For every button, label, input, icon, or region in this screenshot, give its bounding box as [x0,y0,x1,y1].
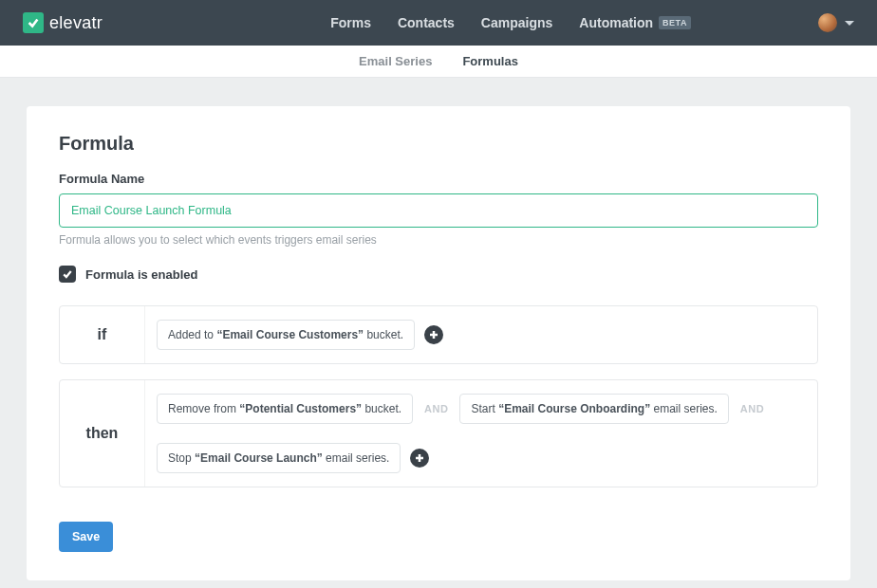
save-button[interactable]: Save [59,522,113,552]
chip-suffix: email series. [650,402,718,415]
chip-suffix: bucket. [364,328,403,341]
nav-campaigns[interactable]: Campaigns [481,15,552,30]
logo[interactable]: elevatr [23,12,103,33]
avatar [818,13,837,32]
sub-nav: Email Series Formulas [0,46,877,78]
user-menu[interactable] [818,13,854,32]
page-title: Formula [59,133,818,155]
chip-suffix: email series. [323,451,390,465]
plus-icon [429,330,438,340]
chip-prefix: Stop [168,451,195,465]
nav-forms[interactable]: Forms [330,15,371,30]
nav-automation-label: Automation [579,15,653,30]
then-action-chip[interactable]: Start “Email Course Onboarding” email se… [459,394,728,424]
then-body: Remove from “Potential Customers” bucket… [145,380,817,487]
chip-target: “Potential Customers” [239,402,362,415]
then-head: then [60,380,145,487]
then-block: then Remove from “Potential Customers” b… [59,379,818,487]
if-block: if Added to “Email Course Customers” buc… [59,305,818,364]
subnav-email-series[interactable]: Email Series [359,54,432,68]
if-head: if [60,306,145,363]
enabled-label: Formula is enabled [85,267,197,282]
page-body: Formula Formula Name Formula allows you … [0,78,877,588]
chip-suffix: bucket. [362,402,401,415]
if-condition-chip[interactable]: Added to “Email Course Customers” bucket… [157,320,415,350]
formula-name-help: Formula allows you to select which event… [59,233,818,247]
chip-prefix: Added to [168,328,216,341]
plus-icon [415,453,424,463]
formula-card: Formula Formula Name Formula allows you … [27,106,850,580]
then-action-chip[interactable]: Stop “Email Course Launch” email series. [157,443,401,473]
chip-prefix: Remove from [168,402,239,415]
enabled-checkbox[interactable] [59,266,76,283]
chip-target: “Email Course Launch” [195,451,323,465]
top-nav: elevatr Forms Contacts Campaigns Automat… [0,0,877,46]
formula-name-input[interactable] [59,193,818,228]
subnav-formulas[interactable]: Formulas [462,54,518,68]
beta-badge: BETA [659,16,691,29]
then-action-chip[interactable]: Remove from “Potential Customers” bucket… [157,394,413,424]
chip-target: “Email Course Onboarding” [498,402,650,415]
nav-automation[interactable]: Automation BETA [579,15,691,30]
and-separator: AND [738,403,766,414]
add-if-condition-button[interactable] [424,325,443,344]
add-then-action-button[interactable] [410,449,429,468]
chevron-down-icon [845,21,854,26]
nav-contacts[interactable]: Contacts [398,15,455,30]
nav-links: Forms Contacts Campaigns Automation BETA [330,15,691,30]
logo-mark-icon [23,12,44,33]
formula-name-label: Formula Name [59,172,818,186]
chip-prefix: Start [471,402,498,415]
if-body: Added to “Email Course Customers” bucket… [145,306,817,363]
chip-target: “Email Course Customers” [216,328,364,341]
check-icon [62,268,73,280]
and-separator: AND [422,403,450,414]
enabled-row: Formula is enabled [59,266,818,283]
logo-text: elevatr [49,13,103,33]
